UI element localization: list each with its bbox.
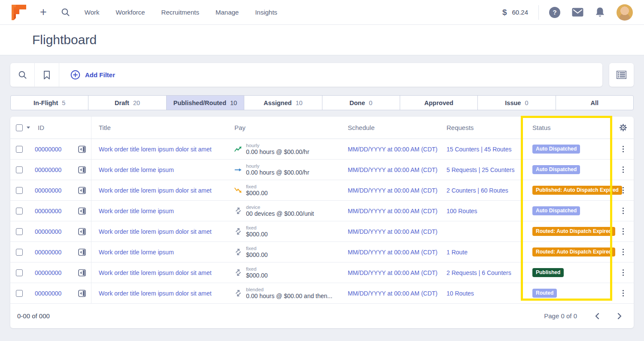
filter-row: Add Filter — [10, 63, 634, 87]
work-order-title-link[interactable]: Work order title lorem ipsum dolor sit a… — [99, 187, 212, 194]
user-avatar[interactable] — [617, 4, 633, 21]
schedule-link[interactable]: MM/DD/YYYY at 00:00 AM (CDT) — [348, 228, 437, 235]
tab-published-routed[interactable]: Published/Routed 10 — [166, 95, 244, 110]
nav-link-insights[interactable]: Insights — [255, 9, 277, 16]
row-checkbox[interactable] — [16, 146, 23, 153]
row-checkbox[interactable] — [16, 166, 23, 173]
work-order-id-link[interactable]: 00000000 — [35, 187, 61, 194]
work-order-title-link[interactable]: Work order title lorme ipsum — [99, 249, 174, 256]
work-order-title-link[interactable]: Work order title lorem ipsum dolor sit a… — [99, 228, 212, 235]
previous-page-button[interactable] — [593, 311, 601, 321]
row-checkbox[interactable] — [16, 187, 23, 194]
work-order-id-link[interactable]: 00000000 — [35, 249, 61, 256]
table-row: 00000000 Work order title lorem ipsum do… — [10, 139, 634, 160]
row-actions-menu-icon[interactable] — [621, 185, 626, 195]
row-checkbox[interactable] — [16, 249, 23, 256]
balance-indicator[interactable]: $ 60.24 — [502, 8, 528, 17]
work-order-id-link[interactable]: 00000000 — [35, 290, 61, 297]
work-order-title-link[interactable]: Work order title lorme ipsum — [99, 208, 174, 214]
row-checkbox[interactable] — [16, 228, 23, 235]
open-side-panel-icon[interactable] — [78, 248, 86, 256]
tab-draft[interactable]: Draft 20 — [88, 95, 166, 110]
open-side-panel-icon[interactable] — [78, 269, 86, 277]
tab-count: 10 — [295, 100, 302, 106]
status-badge: Auto Dispatched — [532, 165, 580, 174]
saved-filters-button[interactable] — [35, 63, 59, 87]
row-actions-menu-icon[interactable] — [621, 226, 626, 236]
tab-assigned[interactable]: Assigned 10 — [244, 95, 322, 110]
work-order-title-link[interactable]: Work order title lorme ipsum — [99, 166, 174, 173]
tab-label: Done — [349, 100, 365, 106]
requests-link[interactable]: 15 Counters | 45 Routes — [447, 146, 512, 153]
open-side-panel-icon[interactable] — [78, 228, 86, 235]
next-page-button[interactable] — [616, 311, 623, 321]
list-view-icon — [617, 71, 626, 79]
row-actions-menu-icon[interactable] — [621, 144, 626, 154]
work-order-title-link[interactable]: Work order title lorem ipsum dolor sit a… — [99, 269, 212, 276]
row-actions-menu-icon[interactable] — [621, 165, 626, 175]
add-filter-button[interactable]: Add Filter — [59, 70, 115, 80]
search-button[interactable] — [10, 63, 35, 87]
tab-all[interactable]: All — [556, 95, 634, 110]
requests-link[interactable]: 10 Routes — [447, 290, 474, 297]
brand-logo-icon[interactable] — [11, 4, 27, 21]
open-side-panel-icon[interactable] — [78, 187, 86, 194]
tab-in-flight[interactable]: In-Flight 5 — [10, 95, 88, 110]
nav-link-work[interactable]: Work — [85, 9, 100, 16]
row-checkbox[interactable] — [16, 290, 23, 297]
schedule-link[interactable]: MM/DD/YYYY at 00:00 AM (CDT) — [348, 269, 437, 276]
schedule-link[interactable]: MM/DD/YYYY at 00:00 AM (CDT) — [348, 290, 437, 297]
work-order-title-link[interactable]: Work order title lorem ipsum dolor sit a… — [99, 146, 212, 153]
open-side-panel-icon[interactable] — [78, 207, 86, 215]
open-side-panel-icon[interactable] — [78, 290, 86, 297]
schedule-link[interactable]: MM/DD/YYYY at 00:00 AM (CDT) — [348, 166, 437, 173]
row-checkbox[interactable] — [16, 208, 23, 214]
table-settings-button[interactable] — [619, 124, 627, 132]
schedule-link[interactable]: MM/DD/YYYY at 00:00 AM (CDT) — [348, 187, 437, 194]
work-order-id-link[interactable]: 00000000 — [35, 228, 61, 235]
select-all-checkbox[interactable] — [16, 124, 23, 131]
pay-trend-down-icon — [234, 187, 242, 193]
nav-link-manage[interactable]: Manage — [216, 9, 239, 16]
row-actions-menu-icon[interactable] — [621, 288, 626, 298]
requests-link[interactable]: 2 Requests | 6 Counters — [447, 269, 511, 276]
requests-link[interactable]: 5 Requests | 25 Counters — [447, 166, 515, 173]
work-order-id-link[interactable]: 00000000 — [35, 269, 61, 276]
select-menu-caret-icon[interactable] — [27, 127, 30, 129]
open-side-panel-icon[interactable] — [78, 145, 86, 153]
tab-done[interactable]: Done 0 — [322, 95, 400, 110]
requests-link[interactable]: 2 Counters | 60 Routes — [447, 187, 508, 194]
row-actions-menu-icon[interactable] — [621, 206, 626, 216]
row-checkbox[interactable] — [16, 269, 23, 276]
requests-link[interactable]: 1 Route — [447, 249, 468, 256]
schedule-link[interactable]: MM/DD/YYYY at 00:00 AM (CDT) — [348, 146, 437, 153]
row-select-cell: 00000000 — [10, 221, 91, 241]
nav-link-workforce[interactable]: Workforce — [116, 9, 145, 16]
view-options-button[interactable] — [609, 63, 634, 87]
work-order-id-link[interactable]: 00000000 — [35, 208, 61, 214]
notifications-button[interactable] — [595, 7, 605, 18]
column-header-requests: Requests — [442, 124, 528, 131]
open-side-panel-icon[interactable] — [78, 166, 86, 174]
global-search-icon[interactable] — [61, 8, 70, 17]
messages-button[interactable] — [572, 8, 583, 17]
status-badge: Auto Dispatched — [532, 206, 580, 215]
work-order-id-link[interactable]: 00000000 — [35, 166, 61, 173]
row-actions-menu-icon[interactable] — [621, 268, 626, 278]
nav-link-recruitments[interactable]: Recruitments — [161, 9, 199, 16]
help-button[interactable]: ? — [549, 7, 560, 18]
row-actions-menu-icon[interactable] — [621, 247, 626, 257]
row-select-cell: 00000000 — [10, 263, 91, 283]
work-order-id-link[interactable]: 00000000 — [35, 146, 61, 153]
pay-type-label: fixed — [246, 225, 268, 231]
tab-approved[interactable]: Approved — [400, 95, 478, 110]
dollar-icon: $ — [502, 8, 507, 17]
requests-link[interactable]: 100 Routes — [447, 208, 477, 214]
schedule-link[interactable]: MM/DD/YYYY at 00:00 AM (CDT) — [348, 208, 437, 214]
tab-issue[interactable]: Issue 0 — [477, 95, 556, 110]
create-new-button[interactable]: + — [40, 6, 47, 18]
pay-variable-icon — [234, 248, 242, 256]
work-order-title-link[interactable]: Work order title lorem ipsum dolor sit a… — [99, 290, 212, 297]
pay-trend-up-icon — [234, 146, 242, 152]
schedule-link[interactable]: MM/DD/YYYY at 00:00 AM (CDT) — [348, 249, 437, 256]
